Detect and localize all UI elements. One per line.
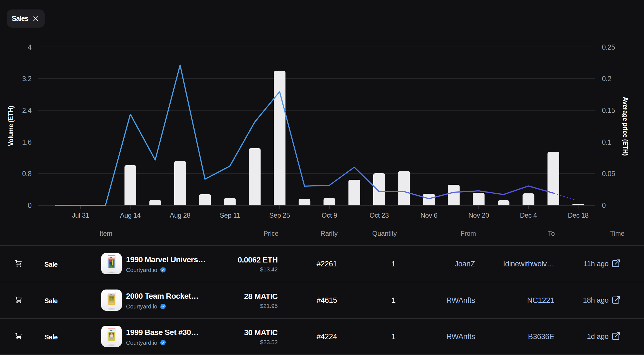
svg-text:0: 0 [28, 201, 32, 209]
svg-text:Volume (ETH): Volume (ETH) [7, 106, 14, 146]
svg-text:Oct 23: Oct 23 [370, 211, 389, 219]
svg-text:0.05: 0.05 [602, 170, 615, 178]
svg-text:Oct 9: Oct 9 [322, 211, 337, 219]
svg-text:3.2: 3.2 [22, 75, 32, 82]
svg-text:Sep 11: Sep 11 [220, 211, 240, 219]
svg-text:Average price (ETH): Average price (ETH) [622, 97, 629, 155]
svg-text:0.25: 0.25 [602, 43, 615, 51]
svg-text:0.15: 0.15 [602, 106, 615, 114]
svg-text:Dec 4: Dec 4 [520, 211, 537, 219]
svg-text:0.1: 0.1 [602, 138, 611, 146]
svg-text:0.8: 0.8 [22, 170, 32, 178]
svg-text:Jul 31: Jul 31 [72, 211, 89, 219]
svg-text:0: 0 [602, 201, 606, 209]
svg-text:Aug 14: Aug 14 [120, 211, 141, 219]
svg-text:Nov 6: Nov 6 [420, 211, 437, 219]
svg-text:2.4: 2.4 [22, 106, 32, 114]
svg-text:Aug 28: Aug 28 [170, 211, 190, 219]
svg-text:1.6: 1.6 [22, 138, 32, 146]
svg-text:4: 4 [28, 43, 32, 51]
svg-text:Sep 25: Sep 25 [269, 211, 290, 219]
svg-text:0.2: 0.2 [602, 75, 611, 82]
svg-text:Nov 20: Nov 20 [468, 211, 489, 219]
svg-text:Dec 18: Dec 18 [568, 211, 589, 219]
